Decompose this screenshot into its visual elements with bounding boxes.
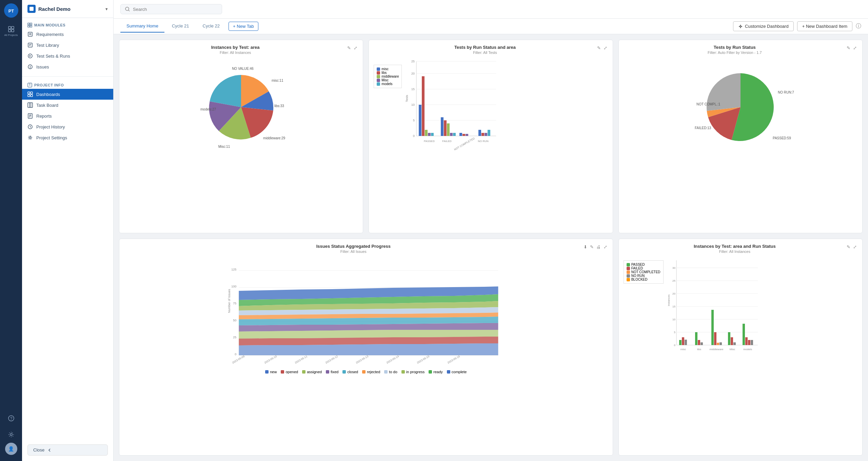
sidebar-item-project-history[interactable]: Project History <box>22 121 113 132</box>
project-settings-label: Project Settings <box>36 135 67 140</box>
chart2-container: misc libs middleware Misc models <box>374 58 608 153</box>
svg-text:middleware: middleware <box>709 348 723 351</box>
tab-new[interactable]: + New Tab <box>229 22 258 31</box>
dashboard-grid: Instances by Test: area Filter: All Inst… <box>114 34 868 461</box>
svg-text:?: ? <box>10 416 12 421</box>
svg-rect-141 <box>698 340 700 345</box>
svg-rect-153 <box>743 324 745 345</box>
search-box[interactable] <box>120 4 222 14</box>
svg-rect-75 <box>459 133 462 136</box>
chart-instances-by-test-area: Instances by Test: area Filter: All Inst… <box>119 40 363 233</box>
sidebar-item-test-sets-runs[interactable]: Test Sets & Runs <box>22 51 113 61</box>
svg-text:misc: misc <box>680 348 686 351</box>
task-board-label: Task Board <box>36 103 58 108</box>
svg-rect-3 <box>12 26 14 29</box>
chart4-legend: new opened assigned fixed closed rejecte… <box>124 368 608 375</box>
project-icon <box>27 5 36 13</box>
customize-dashboard-button[interactable]: Customize Dashboard <box>733 21 794 31</box>
sidebar-item-reports[interactable]: Reports <box>22 111 113 121</box>
project-dropdown-icon[interactable]: ▾ <box>105 6 108 12</box>
sidebar-item-requirements[interactable]: Requirements <box>22 29 113 40</box>
close-button[interactable]: Close <box>27 444 108 456</box>
svg-rect-155 <box>748 340 750 345</box>
requirements-label: Requirements <box>36 32 64 37</box>
project-info-section: Project Info Dashboards Task Board Repor… <box>22 78 113 146</box>
settings-nav[interactable] <box>4 427 19 442</box>
chart3-container: NO RUN:7 NOT COMPL.:1 FAILED:13 PASSED:5… <box>624 58 857 153</box>
project-info-title: Project Info <box>22 81 113 89</box>
svg-rect-63 <box>419 105 421 136</box>
svg-rect-67 <box>431 133 434 136</box>
svg-text:2023-05-16: 2023-05-16 <box>447 355 460 364</box>
svg-point-39 <box>29 137 31 139</box>
new-dashboard-item-button[interactable]: + New Dashboard Item <box>797 21 852 31</box>
svg-rect-142 <box>701 342 703 345</box>
tab-cycle-21[interactable]: Cycle 21 <box>166 20 195 33</box>
svg-text:25: 25 <box>672 279 675 282</box>
project-name: Rachel Demo <box>38 6 103 12</box>
sidebar-item-task-board[interactable]: Task Board <box>22 100 113 111</box>
chart1-edit-button[interactable]: ✎ <box>347 45 352 51</box>
svg-rect-69 <box>441 117 443 136</box>
svg-text:NO VALUE:46: NO VALUE:46 <box>232 67 254 71</box>
svg-text:25: 25 <box>411 60 415 63</box>
chart3-edit-button[interactable]: ✎ <box>846 45 851 51</box>
svg-text:50: 50 <box>233 319 236 322</box>
tab-cycle-22[interactable]: Cycle 22 <box>197 20 226 33</box>
svg-rect-5 <box>12 29 14 32</box>
chart4-expand-button[interactable]: ⤢ <box>603 244 608 250</box>
svg-rect-77 <box>466 134 468 136</box>
svg-rect-65 <box>425 130 428 136</box>
test-sets-runs-label: Test Sets & Runs <box>36 54 70 59</box>
chart-tests-by-run-status: Tests by Run Status Filter: Auto Filter … <box>618 40 863 233</box>
svg-text:10: 10 <box>672 318 675 321</box>
main-modules-section: Main Modules Requirements Test Library T… <box>22 18 113 75</box>
chart5-edit-button[interactable]: ✎ <box>846 244 851 250</box>
svg-text:5: 5 <box>674 331 675 334</box>
svg-rect-2 <box>8 26 11 29</box>
chart1-container: NO VALUE:46 misc:11 libs:33 middleware:2… <box>124 58 358 153</box>
chart4-download-button[interactable]: ⬇ <box>583 244 588 250</box>
svg-point-8 <box>10 434 12 436</box>
chart4-print-button[interactable]: 🖨 <box>596 244 601 250</box>
search-input[interactable] <box>133 7 218 12</box>
svg-text:libs:33: libs:33 <box>274 104 284 108</box>
svg-text:middleware:29: middleware:29 <box>263 136 285 140</box>
chart2-subtitle: Filter: All Tests <box>374 51 596 55</box>
sidebar-item-issues[interactable]: Issues <box>22 61 113 72</box>
left-navigation: PT All Projects ? 👤 <box>0 0 22 461</box>
sidebar-item-dashboards[interactable]: Dashboards <box>22 89 113 100</box>
chart-issues-progress: Issues Status Aggregated Progress Filter… <box>119 239 613 456</box>
svg-text:models:27: models:27 <box>200 107 216 111</box>
project-history-label: Project History <box>36 124 65 129</box>
chart5-title: Instances by Test: area and Run Status <box>624 244 846 249</box>
svg-text:2023-05-13: 2023-05-13 <box>355 355 369 364</box>
chart4-edit-button[interactable]: ✎ <box>589 244 594 250</box>
sidebar-item-project-settings[interactable]: Project Settings <box>22 132 113 143</box>
svg-rect-81 <box>485 133 487 136</box>
app-logo[interactable]: PT <box>4 3 18 18</box>
chart3-expand-button[interactable]: ⤢ <box>852 45 857 51</box>
svg-rect-11 <box>30 23 32 25</box>
svg-text:PASSED:59: PASSED:59 <box>773 136 791 140</box>
svg-text:15: 15 <box>672 305 675 308</box>
svg-text:Misc: Misc <box>729 348 735 351</box>
svg-rect-82 <box>488 130 490 136</box>
svg-text:NOT COMPL.:1: NOT COMPL.:1 <box>696 102 721 106</box>
chart5-expand-button[interactable]: ⤢ <box>852 244 857 250</box>
info-button[interactable]: ⓘ <box>856 23 861 30</box>
svg-point-26 <box>30 84 30 84</box>
chart2-expand-button[interactable]: ⤢ <box>603 45 608 51</box>
all-projects-nav[interactable]: All Projects <box>4 24 19 39</box>
main-modules-title: Main Modules <box>22 21 113 29</box>
user-avatar[interactable]: 👤 <box>5 443 17 455</box>
help-nav[interactable]: ? <box>4 411 19 426</box>
svg-text:FAILED: FAILED <box>442 140 452 143</box>
chart2-svg: 0 5 10 15 20 25 Tests PASSED <box>405 58 499 153</box>
chart1-expand-button[interactable]: ⤢ <box>353 45 358 51</box>
tabs-bar: Summary Home Cycle 21 Cycle 22 + New Tab… <box>114 19 868 34</box>
chart2-edit-button[interactable]: ✎ <box>596 45 601 51</box>
sidebar-item-test-library[interactable]: Test Library <box>22 40 113 51</box>
svg-rect-66 <box>428 133 431 136</box>
tab-summary-home[interactable]: Summary Home <box>120 20 164 33</box>
